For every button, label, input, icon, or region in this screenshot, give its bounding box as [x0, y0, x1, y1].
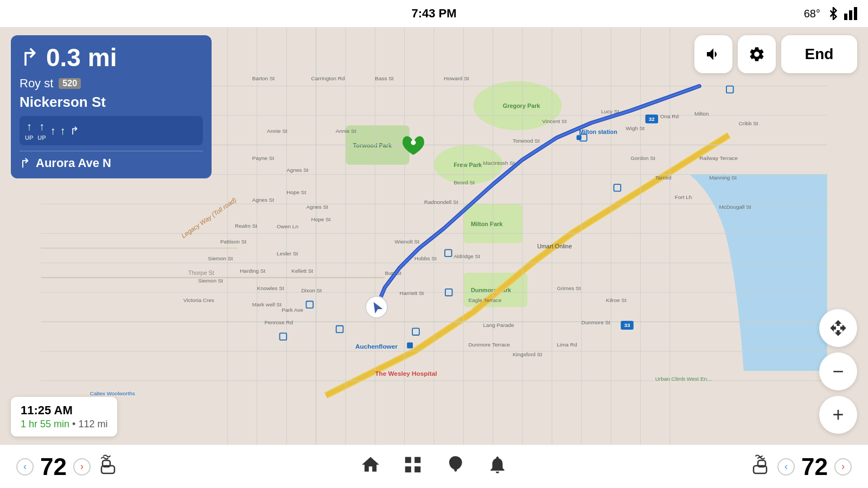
svg-text:Frew Park: Frew Park — [454, 162, 482, 168]
nav-route-badge: 520 — [59, 78, 81, 89]
svg-text:Manning St: Manning St — [709, 175, 737, 181]
svg-text:Aldridge St: Aldridge St — [454, 253, 480, 259]
lane-1: ↑ UP — [25, 120, 33, 141]
right-temp-increase[interactable]: › — [834, 458, 852, 476]
map-controls: − + — [819, 309, 857, 434]
svg-text:Harding St: Harding St — [240, 268, 265, 274]
status-temperature: 68° — [804, 8, 820, 20]
bottom-bar: ‹ 72 › — [0, 445, 868, 488]
zoom-in-button[interactable]: + — [819, 396, 857, 434]
nav-card: ↱ 0.3 mi Roy st 520 Nickerson St ↑ UP ↑ … — [11, 35, 212, 178]
end-navigation-button[interactable]: End — [781, 35, 857, 73]
svg-text:Vincent St: Vincent St — [542, 118, 566, 124]
svg-text:Auchenflower: Auchenflower — [355, 343, 398, 350]
nav-street-name: Roy st — [20, 76, 53, 91]
lane-guidance: ↑ UP ↑ UP ↑ ↑ ↱ — [20, 116, 203, 145]
lane-1-arrow: ↑ — [27, 120, 32, 133]
svg-text:Dunmore St: Dunmore St — [582, 319, 610, 325]
svg-text:Howard St: Howard St — [444, 75, 469, 81]
svg-text:MacIntosh St: MacIntosh St — [483, 160, 515, 166]
svg-text:Umart Online: Umart Online — [537, 243, 572, 249]
eta-separator: • — [72, 419, 78, 429]
svg-text:33: 33 — [624, 322, 630, 328]
svg-text:Radnondell St: Radnondell St — [424, 199, 458, 205]
svg-text:Lima Rd: Lima Rd — [557, 342, 577, 348]
grid-icon — [403, 454, 423, 475]
left-temp-control: ‹ 72 › — [16, 453, 119, 480]
svg-rect-1 — [849, 10, 852, 20]
svg-text:Agnes St: Agnes St — [252, 197, 275, 203]
svg-text:Torwood St: Torwood St — [513, 138, 540, 144]
svg-text:Mark well St: Mark well St — [252, 301, 282, 307]
eta-distance: 112 mi — [78, 419, 107, 429]
top-controls: End — [694, 35, 857, 73]
svg-rect-128 — [405, 466, 411, 472]
svg-text:Realm St: Realm St — [235, 223, 257, 229]
svg-text:Agnes St: Agnes St — [306, 204, 328, 210]
svg-text:McDougall St: McDougall St — [719, 204, 751, 210]
home-button[interactable] — [360, 454, 381, 479]
svg-text:Park Ave: Park Ave — [282, 307, 303, 313]
left-temp-decrease[interactable]: ‹ — [16, 458, 34, 476]
svg-text:Gordon St: Gordon St — [630, 155, 655, 161]
nav-next-turn-arrow: ↱ — [20, 156, 30, 171]
svg-text:Annie St: Annie St — [267, 128, 288, 134]
svg-text:Caltex Woolworths: Caltex Woolworths — [90, 390, 135, 396]
home-icon — [360, 454, 381, 475]
svg-text:Siemon St: Siemon St — [198, 278, 223, 284]
left-temp-increase[interactable]: › — [73, 458, 91, 476]
zoom-out-button[interactable]: − — [819, 352, 857, 390]
svg-text:Owen Ln: Owen Ln — [277, 223, 298, 229]
svg-text:Milton: Milton — [694, 111, 709, 117]
fan-button[interactable] — [445, 454, 465, 479]
volume-icon — [705, 46, 722, 63]
svg-text:Hope St: Hope St — [286, 189, 306, 195]
left-heat-icon[interactable] — [97, 454, 119, 479]
status-bar: 7:43 PM 68° — [0, 0, 868, 27]
svg-rect-127 — [414, 457, 420, 463]
seat-heat-left-icon — [97, 454, 119, 476]
svg-point-123 — [411, 140, 416, 145]
svg-text:Fort Lh: Fort Lh — [675, 194, 692, 200]
svg-text:Kilroe St: Kilroe St — [606, 297, 627, 303]
svg-text:Tarced: Tarced — [655, 175, 672, 181]
bell-icon — [487, 454, 508, 475]
pan-button[interactable] — [819, 309, 857, 347]
right-temperature: 72 — [801, 453, 828, 480]
svg-text:32: 32 — [649, 116, 655, 122]
eta-duration: 1 hr 55 min — [21, 419, 69, 429]
mute-button[interactable] — [694, 35, 732, 73]
right-temp-decrease[interactable]: ‹ — [777, 458, 795, 476]
svg-text:Barton St: Barton St — [252, 75, 275, 81]
gear-icon — [748, 46, 765, 63]
end-label: End — [805, 46, 834, 63]
left-temperature: 72 — [40, 453, 67, 480]
svg-text:Lesler St: Lesler St — [277, 251, 298, 256]
lane-2-arrow: ↑ — [39, 120, 44, 133]
lane-4-arrow: ↑ — [60, 125, 66, 137]
svg-text:Thorpe St: Thorpe St — [188, 269, 214, 276]
svg-text:Milton Park: Milton Park — [471, 221, 503, 227]
bluetooth-icon — [827, 7, 840, 20]
notifications-button[interactable] — [487, 454, 508, 479]
svg-text:Eagle Terrace: Eagle Terrace — [468, 297, 502, 303]
fan-icon — [445, 454, 465, 475]
svg-text:Dunmore Terrace: Dunmore Terrace — [468, 342, 510, 348]
apps-button[interactable] — [403, 454, 423, 479]
svg-text:Penrose Rd: Penrose Rd — [264, 319, 293, 325]
right-heat-icon[interactable] — [749, 454, 771, 479]
svg-text:Hope St: Hope St — [311, 216, 331, 222]
zoom-in-icon: + — [832, 403, 844, 426]
svg-rect-104 — [407, 343, 413, 349]
eta-details: 1 hr 55 min • 112 mi — [21, 419, 107, 430]
svg-text:Beord St: Beord St — [454, 179, 475, 185]
svg-text:Lang Parade: Lang Parade — [483, 322, 514, 328]
svg-rect-0 — [844, 14, 847, 20]
svg-text:Hobbs St: Hobbs St — [414, 255, 437, 261]
settings-button[interactable] — [738, 35, 776, 73]
lane-2: ↑ UP — [37, 120, 46, 141]
svg-text:Kellett St: Kellett St — [291, 268, 313, 274]
lane-3: ↑ — [50, 125, 56, 137]
svg-text:Ona Rd: Ona Rd — [660, 113, 679, 119]
svg-text:Harriett St: Harriett St — [400, 290, 424, 296]
